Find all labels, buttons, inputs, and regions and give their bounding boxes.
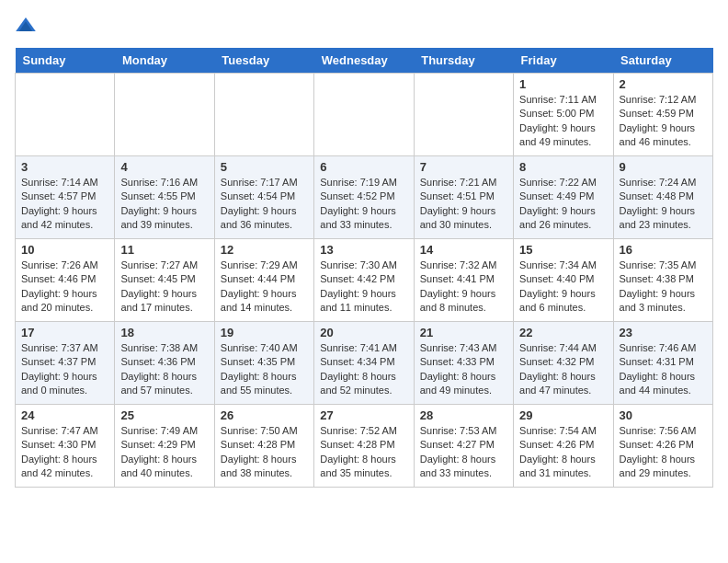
calendar-cell: 15Sunrise: 7:34 AM Sunset: 4:40 PM Dayli… — [514, 239, 613, 322]
day-number: 18 — [120, 326, 208, 339]
calendar-cell — [314, 74, 414, 156]
day-number: 27 — [320, 408, 407, 422]
header-sunday: Sunday — [16, 48, 115, 74]
header-wednesday: Wednesday — [314, 48, 414, 74]
day-info: Sunrise: 7:41 AM Sunset: 4:34 PM Dayligh… — [320, 341, 407, 398]
day-info: Sunrise: 7:37 AM Sunset: 4:37 PM Dayligh… — [21, 341, 108, 398]
calendar-cell: 19Sunrise: 7:40 AM Sunset: 4:35 PM Dayli… — [214, 322, 313, 405]
day-info: Sunrise: 7:26 AM Sunset: 4:46 PM Dayligh… — [21, 259, 108, 316]
day-number: 1 — [519, 77, 607, 91]
calendar-cell: 11Sunrise: 7:27 AM Sunset: 4:45 PM Dayli… — [115, 239, 214, 322]
day-info: Sunrise: 7:22 AM Sunset: 4:49 PM Dayligh… — [519, 176, 607, 233]
calendar-cell: 5Sunrise: 7:17 AM Sunset: 4:54 PM Daylig… — [214, 156, 313, 239]
day-number: 16 — [620, 243, 707, 257]
day-number: 6 — [320, 160, 407, 174]
calendar-cell: 9Sunrise: 7:24 AM Sunset: 4:48 PM Daylig… — [613, 156, 712, 239]
day-info: Sunrise: 7:24 AM Sunset: 4:48 PM Dayligh… — [620, 176, 707, 233]
day-number: 29 — [519, 408, 607, 422]
day-number: 25 — [120, 408, 208, 422]
day-info: Sunrise: 7:54 AM Sunset: 4:26 PM Dayligh… — [519, 424, 607, 481]
calendar-week-row: 10Sunrise: 7:26 AM Sunset: 4:46 PM Dayli… — [16, 239, 713, 322]
day-number: 28 — [420, 408, 507, 422]
calendar-cell: 20Sunrise: 7:41 AM Sunset: 4:34 PM Dayli… — [314, 322, 414, 405]
day-info: Sunrise: 7:35 AM Sunset: 4:38 PM Dayligh… — [620, 259, 707, 316]
day-number: 12 — [221, 243, 308, 257]
day-number: 7 — [420, 160, 507, 174]
day-info: Sunrise: 7:38 AM Sunset: 4:36 PM Dayligh… — [120, 341, 208, 398]
day-info: Sunrise: 7:12 AM Sunset: 4:59 PM Dayligh… — [620, 93, 707, 150]
calendar-cell: 1Sunrise: 7:11 AM Sunset: 5:00 PM Daylig… — [514, 74, 613, 156]
header-monday: Monday — [115, 48, 214, 74]
calendar-cell: 4Sunrise: 7:16 AM Sunset: 4:55 PM Daylig… — [115, 156, 214, 239]
calendar-cell — [214, 74, 313, 156]
day-info: Sunrise: 7:32 AM Sunset: 4:41 PM Dayligh… — [420, 259, 507, 316]
calendar-header-row: SundayMondayTuesdayWednesdayThursdayFrid… — [16, 48, 713, 74]
calendar-week-row: 17Sunrise: 7:37 AM Sunset: 4:37 PM Dayli… — [16, 322, 713, 405]
calendar-cell — [115, 74, 214, 156]
logo-icon — [15, 15, 37, 37]
day-number: 14 — [420, 243, 507, 257]
calendar-cell: 2Sunrise: 7:12 AM Sunset: 4:59 PM Daylig… — [613, 74, 712, 156]
calendar-cell: 24Sunrise: 7:47 AM Sunset: 4:30 PM Dayli… — [16, 405, 115, 488]
day-number: 23 — [620, 326, 707, 339]
calendar-cell: 23Sunrise: 7:46 AM Sunset: 4:31 PM Dayli… — [613, 322, 712, 405]
day-number: 21 — [420, 326, 507, 339]
calendar-cell: 14Sunrise: 7:32 AM Sunset: 4:41 PM Dayli… — [414, 239, 513, 322]
day-info: Sunrise: 7:49 AM Sunset: 4:29 PM Dayligh… — [120, 424, 208, 481]
day-info: Sunrise: 7:46 AM Sunset: 4:31 PM Dayligh… — [620, 341, 707, 398]
page-header — [15, 15, 713, 37]
day-info: Sunrise: 7:47 AM Sunset: 4:30 PM Dayligh… — [21, 424, 108, 481]
day-number: 15 — [519, 243, 607, 257]
header-saturday: Saturday — [613, 48, 712, 74]
day-number: 17 — [21, 326, 108, 339]
calendar-cell: 10Sunrise: 7:26 AM Sunset: 4:46 PM Dayli… — [16, 239, 115, 322]
day-number: 8 — [519, 160, 607, 174]
day-number: 24 — [21, 408, 108, 422]
day-number: 30 — [620, 408, 707, 422]
calendar-cell: 8Sunrise: 7:22 AM Sunset: 4:49 PM Daylig… — [514, 156, 613, 239]
calendar-cell: 7Sunrise: 7:21 AM Sunset: 4:51 PM Daylig… — [414, 156, 513, 239]
calendar-cell: 28Sunrise: 7:53 AM Sunset: 4:27 PM Dayli… — [414, 405, 513, 488]
day-number: 26 — [221, 408, 308, 422]
calendar-cell: 6Sunrise: 7:19 AM Sunset: 4:52 PM Daylig… — [314, 156, 414, 239]
calendar-cell: 25Sunrise: 7:49 AM Sunset: 4:29 PM Dayli… — [115, 405, 214, 488]
day-number: 19 — [221, 326, 308, 339]
day-number: 2 — [620, 77, 707, 91]
day-number: 3 — [21, 160, 108, 174]
day-info: Sunrise: 7:56 AM Sunset: 4:26 PM Dayligh… — [620, 424, 707, 481]
calendar-week-row: 3Sunrise: 7:14 AM Sunset: 4:57 PM Daylig… — [16, 156, 713, 239]
calendar-cell — [414, 74, 513, 156]
calendar-cell: 30Sunrise: 7:56 AM Sunset: 4:26 PM Dayli… — [613, 405, 712, 488]
day-info: Sunrise: 7:14 AM Sunset: 4:57 PM Dayligh… — [21, 176, 108, 233]
day-info: Sunrise: 7:17 AM Sunset: 4:54 PM Dayligh… — [221, 176, 308, 233]
calendar-week-row: 24Sunrise: 7:47 AM Sunset: 4:30 PM Dayli… — [16, 405, 713, 488]
day-info: Sunrise: 7:34 AM Sunset: 4:40 PM Dayligh… — [519, 259, 607, 316]
day-info: Sunrise: 7:30 AM Sunset: 4:42 PM Dayligh… — [320, 259, 407, 316]
day-info: Sunrise: 7:44 AM Sunset: 4:32 PM Dayligh… — [519, 341, 607, 398]
day-number: 5 — [221, 160, 308, 174]
calendar-week-row: 1Sunrise: 7:11 AM Sunset: 5:00 PM Daylig… — [16, 74, 713, 156]
calendar-cell: 27Sunrise: 7:52 AM Sunset: 4:28 PM Dayli… — [314, 405, 414, 488]
day-info: Sunrise: 7:40 AM Sunset: 4:35 PM Dayligh… — [221, 341, 308, 398]
day-info: Sunrise: 7:16 AM Sunset: 4:55 PM Dayligh… — [120, 176, 208, 233]
calendar-cell: 12Sunrise: 7:29 AM Sunset: 4:44 PM Dayli… — [214, 239, 313, 322]
calendar-cell: 13Sunrise: 7:30 AM Sunset: 4:42 PM Dayli… — [314, 239, 414, 322]
calendar-cell: 17Sunrise: 7:37 AM Sunset: 4:37 PM Dayli… — [16, 322, 115, 405]
day-info: Sunrise: 7:43 AM Sunset: 4:33 PM Dayligh… — [420, 341, 507, 398]
logo — [15, 15, 40, 37]
calendar-cell — [16, 74, 115, 156]
calendar-table: SundayMondayTuesdayWednesdayThursdayFrid… — [15, 48, 713, 488]
day-info: Sunrise: 7:19 AM Sunset: 4:52 PM Dayligh… — [320, 176, 407, 233]
day-info: Sunrise: 7:11 AM Sunset: 5:00 PM Dayligh… — [519, 93, 607, 150]
calendar-cell: 26Sunrise: 7:50 AM Sunset: 4:28 PM Dayli… — [214, 405, 313, 488]
day-number: 9 — [620, 160, 707, 174]
header-friday: Friday — [514, 48, 613, 74]
calendar-cell: 29Sunrise: 7:54 AM Sunset: 4:26 PM Dayli… — [514, 405, 613, 488]
day-number: 22 — [519, 326, 607, 339]
day-info: Sunrise: 7:21 AM Sunset: 4:51 PM Dayligh… — [420, 176, 507, 233]
header-tuesday: Tuesday — [214, 48, 313, 74]
calendar-cell: 16Sunrise: 7:35 AM Sunset: 4:38 PM Dayli… — [613, 239, 712, 322]
day-info: Sunrise: 7:52 AM Sunset: 4:28 PM Dayligh… — [320, 424, 407, 481]
day-number: 11 — [120, 243, 208, 257]
day-number: 20 — [320, 326, 407, 339]
